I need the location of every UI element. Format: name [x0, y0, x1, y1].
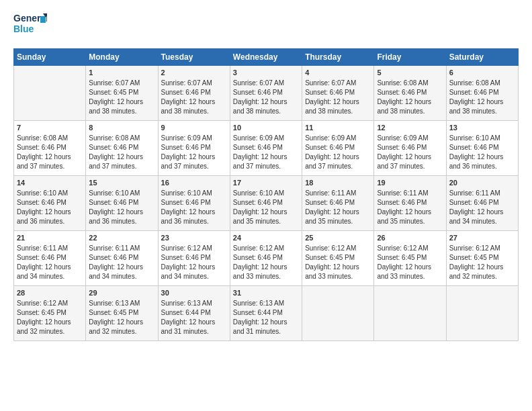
day-number: 22 [89, 233, 154, 243]
day-info-line: Sunrise: 6:08 AM [89, 134, 140, 142]
calendar-week-4: 21Sunrise: 6:11 AMSunset: 6:46 PMDayligh… [14, 231, 519, 286]
day-number: 3 [233, 68, 299, 78]
day-info-line: Sunset: 6:46 PM [89, 144, 138, 151]
day-info-line: Daylight: 12 hours [17, 318, 71, 326]
day-info-line: Sunrise: 6:10 AM [449, 134, 500, 142]
day-info-line: Daylight: 12 hours [305, 263, 359, 271]
day-info-line: Sunset: 6:46 PM [17, 199, 66, 206]
day-number: 5 [377, 68, 443, 78]
weekday-header-wednesday: Wednesday [230, 49, 302, 66]
calendar-cell [302, 286, 374, 341]
day-number: 12 [377, 123, 443, 133]
day-info-line: Sunrise: 6:09 AM [161, 134, 212, 142]
day-info-line: and 33 minutes. [233, 273, 281, 280]
calendar-cell: 14Sunrise: 6:10 AMSunset: 6:46 PMDayligh… [14, 176, 86, 231]
day-number: 7 [17, 123, 83, 133]
day-info-line: and 37 minutes. [377, 163, 425, 170]
day-info-line: and 36 minutes. [17, 218, 64, 225]
day-info-line: Sunrise: 6:12 AM [17, 300, 68, 307]
weekday-header-tuesday: Tuesday [158, 49, 230, 66]
day-info-line: Sunrise: 6:09 AM [377, 134, 428, 142]
day-info-line: Sunrise: 6:11 AM [449, 189, 500, 197]
day-info-line: Sunrise: 6:11 AM [305, 189, 356, 197]
day-info-line: Sunrise: 6:11 AM [89, 244, 140, 252]
day-info-line: and 38 minutes. [377, 107, 425, 115]
calendar-cell: 12Sunrise: 6:09 AMSunset: 6:46 PMDayligh… [374, 121, 446, 176]
day-info-line: Daylight: 12 hours [449, 98, 504, 105]
day-info-line: Sunset: 6:44 PM [161, 309, 211, 316]
day-info-line: Sunset: 6:46 PM [17, 254, 66, 261]
day-info-line: and 37 minutes. [305, 163, 353, 170]
day-info-line: and 34 minutes. [161, 273, 209, 280]
day-info-line: and 37 minutes. [233, 163, 281, 170]
day-info-line: Sunrise: 6:11 AM [17, 244, 68, 252]
calendar-cell: 11Sunrise: 6:09 AMSunset: 6:46 PMDayligh… [302, 121, 374, 176]
weekday-header-sunday: Sunday [14, 49, 86, 66]
day-info-line: and 35 minutes. [233, 218, 281, 225]
calendar-cell: 7Sunrise: 6:08 AMSunset: 6:46 PMDaylight… [14, 121, 86, 176]
day-info-line: Sunset: 6:46 PM [161, 199, 211, 206]
day-info-line: Daylight: 12 hours [17, 263, 71, 271]
day-info-line: Daylight: 12 hours [305, 153, 359, 161]
calendar-week-1: 1Sunrise: 6:07 AMSunset: 6:45 PMDaylight… [14, 66, 519, 121]
day-info-line: Sunset: 6:46 PM [89, 254, 138, 261]
calendar-cell: 5Sunrise: 6:08 AMSunset: 6:46 PMDaylight… [374, 66, 446, 121]
logo: General Blue [13, 11, 47, 42]
day-info-line: Sunset: 6:45 PM [377, 254, 427, 261]
day-info-line: Sunset: 6:46 PM [449, 89, 499, 96]
day-info-line: Daylight: 12 hours [449, 208, 504, 216]
day-info-line: Sunset: 6:46 PM [305, 144, 355, 151]
day-number: 2 [161, 68, 227, 78]
day-info-line: Sunset: 6:46 PM [233, 89, 283, 96]
day-info-line: and 38 minutes. [449, 107, 497, 115]
calendar-cell: 26Sunrise: 6:12 AMSunset: 6:45 PMDayligh… [374, 231, 446, 286]
day-info-line: Sunrise: 6:09 AM [305, 134, 356, 142]
day-info-line: and 34 minutes. [449, 218, 497, 225]
day-info-line: Sunrise: 6:10 AM [233, 189, 284, 197]
day-info-line: Sunrise: 6:07 AM [305, 79, 356, 87]
day-info-line: Sunrise: 6:13 AM [161, 300, 212, 307]
calendar-cell: 13Sunrise: 6:10 AMSunset: 6:46 PMDayligh… [446, 121, 518, 176]
day-info-line: and 37 minutes. [89, 163, 136, 170]
svg-marker-2 [40, 16, 46, 23]
day-info-line: and 36 minutes. [449, 163, 497, 170]
day-info-line: Sunset: 6:45 PM [17, 309, 66, 316]
day-info-line: and 38 minutes. [305, 107, 353, 115]
day-number: 29 [89, 288, 154, 298]
day-info-line: and 33 minutes. [377, 273, 425, 280]
calendar-cell: 21Sunrise: 6:11 AMSunset: 6:46 PMDayligh… [14, 231, 86, 286]
calendar-week-5: 28Sunrise: 6:12 AMSunset: 6:45 PMDayligh… [14, 286, 519, 341]
day-info-line: Sunset: 6:46 PM [161, 254, 211, 261]
day-info-line: Sunset: 6:45 PM [89, 89, 138, 96]
header: General Blue [13, 11, 519, 42]
day-info-line: Daylight: 12 hours [161, 318, 216, 326]
day-info-line: Sunset: 6:46 PM [449, 199, 499, 206]
day-info-line: and 36 minutes. [89, 218, 136, 225]
day-info-line: and 36 minutes. [161, 218, 209, 225]
svg-text:Blue: Blue [13, 24, 34, 34]
calendar-cell: 1Sunrise: 6:07 AMSunset: 6:45 PMDaylight… [86, 66, 158, 121]
day-info-line: Sunrise: 6:07 AM [89, 79, 140, 87]
day-info-line: and 31 minutes. [161, 328, 209, 335]
day-number: 4 [305, 68, 371, 78]
day-info-line: Sunrise: 6:10 AM [89, 189, 140, 197]
day-info-line: Sunset: 6:46 PM [161, 144, 211, 151]
calendar-cell [446, 286, 518, 341]
day-info-line: Daylight: 12 hours [377, 208, 431, 216]
day-number: 31 [233, 288, 299, 298]
day-info-line: Daylight: 12 hours [377, 263, 431, 271]
day-info-line: and 38 minutes. [233, 107, 281, 115]
day-info-line: and 32 minutes. [17, 328, 64, 335]
day-info-line: Sunrise: 6:09 AM [233, 134, 284, 142]
calendar-header-row: SundayMondayTuesdayWednesdayThursdayFrid… [14, 49, 519, 66]
day-number: 25 [305, 233, 371, 243]
weekday-header-saturday: Saturday [446, 49, 518, 66]
day-info-line: Daylight: 12 hours [233, 318, 287, 326]
day-number: 20 [449, 178, 515, 188]
day-info-line: Daylight: 12 hours [89, 263, 143, 271]
calendar-cell: 30Sunrise: 6:13 AMSunset: 6:44 PMDayligh… [158, 286, 230, 341]
day-number: 21 [17, 233, 83, 243]
calendar-cell: 28Sunrise: 6:12 AMSunset: 6:45 PMDayligh… [14, 286, 86, 341]
day-number: 26 [377, 233, 443, 243]
day-info-line: Daylight: 12 hours [305, 208, 359, 216]
